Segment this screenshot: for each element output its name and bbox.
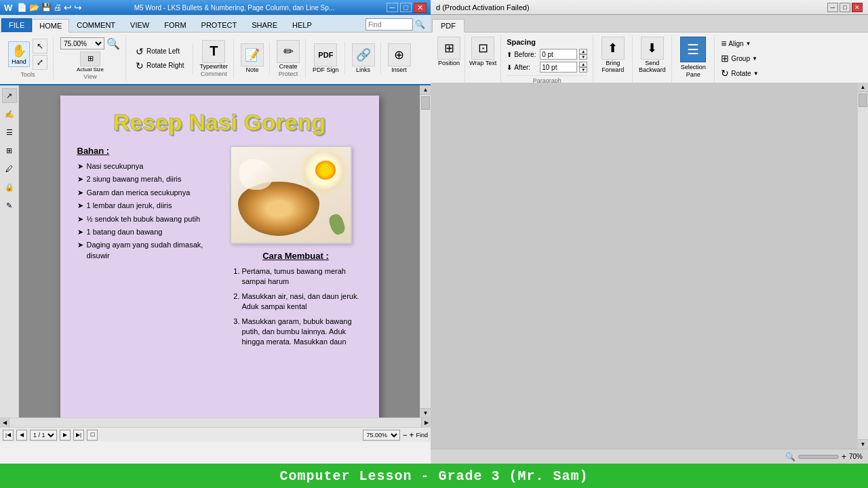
note-btn[interactable]: 📝 Note	[241, 43, 264, 73]
position-btn[interactable]: ⊞ Position	[437, 37, 460, 66]
create-btn[interactable]: ✏ Create	[277, 40, 300, 70]
links-btn[interactable]: 🔗 Links	[352, 43, 375, 73]
bahan-title: Bahan :	[77, 146, 220, 156]
quick-access-bar: W 📄 📂 💾 🖨 ↩ ↪ M5 Word - LKS Bullets & Nu…	[0, 0, 431, 15]
qa-print-btn[interactable]: 🖨	[54, 3, 62, 12]
search-icon[interactable]: 🔍	[415, 20, 425, 29]
hand-tool-btn[interactable]: ✋ Hand	[8, 41, 30, 67]
tab-pdf[interactable]: PDF	[432, 19, 465, 33]
ingredient-list: ➤ Nasi secukupnya ➤ 2 siung bawang merah…	[77, 161, 220, 261]
before-input[interactable]	[540, 49, 577, 60]
zoom-minus-btn[interactable]: −	[402, 430, 407, 440]
right-close-btn[interactable]: ✕	[852, 3, 863, 12]
tool1-btn[interactable]: ↗	[2, 88, 17, 103]
zoom-in-icon[interactable]: +	[842, 452, 846, 462]
doc-scroll-area[interactable]: Resep Nasi Goreng Bahan : ➤ Nasi secukup…	[19, 85, 420, 418]
tab-comment[interactable]: COMMENT	[69, 18, 123, 32]
wrap-btn[interactable]: ⊡ Wrap Text	[469, 37, 496, 66]
zoom-field-btn[interactable]: ⤢	[33, 55, 47, 70]
tool5-btn[interactable]: 🖊	[2, 161, 17, 176]
note-label: Note	[246, 66, 259, 73]
select-tool-btn[interactable]: ↖	[33, 39, 47, 54]
tab-home[interactable]: HOME	[32, 19, 69, 33]
right-scroll-thumb[interactable]	[859, 94, 867, 107]
right-max-btn[interactable]: □	[840, 3, 850, 12]
typewriter-btn[interactable]: T Typewriter	[200, 40, 229, 70]
bullet-arrow-icon: ➤	[77, 214, 83, 224]
after-input[interactable]	[540, 62, 577, 73]
tool7-btn[interactable]: ✎	[2, 198, 17, 213]
selection-pane-btn[interactable]: ☰ Selection Pane	[676, 37, 710, 79]
before-up-btn[interactable]: ▲	[579, 49, 587, 54]
qa-undo-btn[interactable]: ↩	[64, 2, 72, 13]
maximize-btn[interactable]: □	[400, 3, 412, 12]
list-item: ➤ Nasi secukupnya	[77, 161, 220, 171]
rotate-right-btn[interactable]: ↻ Rotate Right	[133, 59, 187, 73]
tab-form[interactable]: FORM	[157, 18, 193, 32]
rotate-arrange-btn[interactable]: ↻ Rotate ▼	[719, 66, 760, 80]
green-banner: Computer Lesson - Grade 3 (Mr. Sam)	[0, 464, 868, 488]
qa-redo-btn[interactable]: ↪	[74, 2, 82, 13]
right-scroll-down[interactable]: ▼	[858, 439, 868, 449]
tab-help[interactable]: HELP	[285, 18, 319, 32]
after-up-btn[interactable]: ▲	[579, 62, 587, 67]
page-select[interactable]: 1 / 1	[30, 430, 57, 441]
tool4-btn[interactable]: ⊞	[2, 143, 17, 158]
qa-new-btn[interactable]: 📄	[17, 3, 27, 12]
right-scroll-up[interactable]: ▲	[858, 83, 868, 92]
align-btn[interactable]: ≡ Align ▼	[719, 37, 760, 50]
right-panel: d (Product Activation Failed) ─ □ ✕ PDF …	[431, 0, 868, 464]
zoom-out-icon[interactable]: 🔍	[785, 452, 795, 462]
first-page-btn[interactable]: |◀	[3, 430, 14, 441]
rotate-left-btn[interactable]: ↺ Rotate Left	[133, 45, 182, 58]
right-title-text: d (Product Activation Failed)	[436, 3, 530, 12]
scroll-left-btn[interactable]: ◀	[0, 418, 9, 428]
zoom-bottom-select[interactable]: 75.00%	[363, 430, 400, 441]
before-down-btn[interactable]: ▼	[579, 54, 587, 60]
after-down-btn[interactable]: ▼	[579, 67, 587, 73]
scroll-down-btn[interactable]: ▼	[420, 408, 431, 418]
minimize-btn[interactable]: ─	[387, 3, 399, 12]
horizontal-scrollbar[interactable]: ◀ ▶	[0, 418, 431, 427]
food-image-box	[230, 146, 352, 244]
create-label: Create	[279, 63, 298, 70]
tool6-btn[interactable]: 🔒	[2, 180, 17, 195]
right-scrollbar[interactable]: ▲ ▼	[857, 83, 868, 449]
qa-open-btn[interactable]: 📂	[29, 3, 39, 12]
tab-share[interactable]: SHARE	[244, 18, 285, 32]
bring-forward-btn[interactable]: ⬆ Bring Forward	[597, 37, 628, 73]
scroll-thumb[interactable]	[421, 96, 430, 110]
tab-file[interactable]: FILE	[1, 18, 32, 32]
qa-save-btn[interactable]: 💾	[41, 3, 52, 12]
cara-title: Cara Membuat :	[230, 251, 362, 261]
zoom-icon[interactable]: 🔍	[106, 37, 120, 50]
right-title-bar: d (Product Activation Failed) ─ □ ✕	[431, 0, 868, 15]
last-page-btn[interactable]: ▶|	[73, 430, 84, 441]
zoom-slider[interactable]	[798, 455, 839, 459]
typewriter-group: T Typewriter Comment	[195, 39, 235, 79]
send-backward-btn[interactable]: ⬇ Send Backward	[637, 37, 667, 73]
typewriter-label: Typewriter	[200, 63, 229, 70]
scroll-up-btn[interactable]: ▲	[420, 85, 431, 95]
find-input[interactable]	[366, 18, 413, 30]
close-btn[interactable]: ✕	[414, 3, 427, 13]
group-btn[interactable]: ⊞ Group ▼	[719, 52, 760, 65]
vertical-scrollbar[interactable]: ▲ ▼	[420, 85, 431, 418]
next-page-btn[interactable]: ▶	[60, 430, 71, 441]
pdf-sign-btn[interactable]: PDF PDF Sign	[313, 43, 339, 73]
insert-btn[interactable]: ⊕ Insert	[388, 43, 411, 73]
tab-protect[interactable]: PROTECT	[194, 18, 245, 32]
page-view-btn[interactable]: ☐	[87, 430, 98, 441]
after-label: After:	[514, 64, 538, 71]
actual-size-btn[interactable]: ⊞ Actual Size	[77, 52, 104, 73]
left-toolbox: ↗ ✍ ☰ ⊞ 🖊 🔒 ✎	[0, 85, 19, 418]
right-min-btn[interactable]: ─	[827, 3, 838, 12]
zoom-plus-btn[interactable]: +	[409, 430, 414, 440]
right-title-buttons: ─ □ ✕	[827, 3, 863, 12]
tool2-btn[interactable]: ✍	[2, 106, 17, 121]
scroll-right-btn[interactable]: ▶	[421, 418, 431, 428]
tab-view[interactable]: VIEW	[123, 18, 157, 32]
tool3-btn[interactable]: ☰	[2, 125, 17, 140]
zoom-select[interactable]: 75.00%	[60, 37, 104, 49]
prev-page-btn[interactable]: ◀	[16, 430, 27, 441]
